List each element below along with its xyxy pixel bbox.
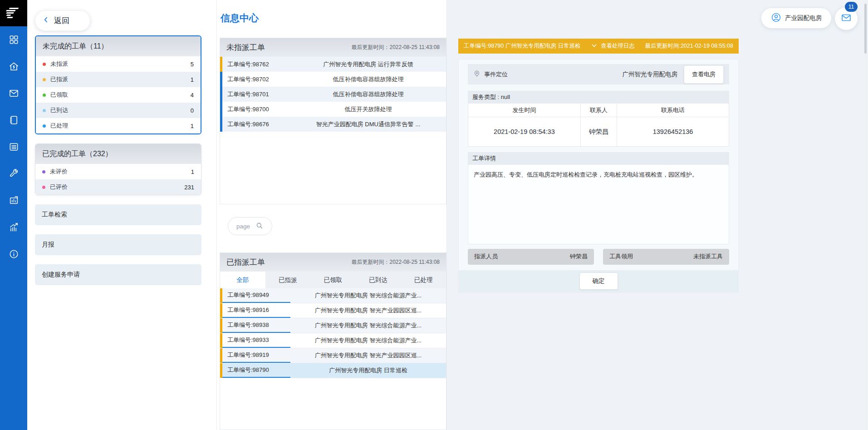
unassigned-orders-title: 未指派工单 [226, 42, 265, 53]
quick-link-label: 创建服务申请 [42, 271, 80, 279]
assigned-tabs: 全部 已指派 已领取 已到达 已处理 [220, 272, 446, 288]
order-number: 工单编号:98702 [222, 72, 290, 87]
work-order-row[interactable]: 工单编号:98790 广州智光专用配电房 日常巡检 [220, 363, 446, 378]
list-icon [9, 142, 19, 154]
sidebar-item-mail[interactable] [0, 81, 27, 108]
contact-table-header: 发生时间 联系人 联系电话 [468, 104, 729, 117]
unfinished-orders-list: 未指派 5 已指派 1 已领取 4 [36, 56, 201, 133]
order-number: 工单编号:98949 [222, 288, 290, 303]
assigned-order-list: 工单编号:98949 广州智光专用配电房 智光综合能源产业... 工单编号:98… [220, 288, 446, 378]
mail-icon [9, 88, 19, 100]
status-dot [43, 124, 46, 128]
assigned-tab-label: 已到达 [369, 276, 387, 284]
order-number: 工单编号:98919 [222, 348, 290, 363]
assigned-tab[interactable]: 全部 [220, 272, 265, 288]
status-stat-row[interactable]: 未评价 1 [35, 164, 201, 179]
unassigned-order-list: 工单编号:98762 广州智光专用配电房 运行异常反馈 工单编号:98702 低… [220, 57, 446, 132]
status-stat-row[interactable]: 未指派 5 [36, 56, 201, 72]
assigned-tab-label: 已指派 [279, 276, 297, 284]
col-contact-name: 联系人 [580, 104, 617, 117]
contact-name-value: 钟荣昌 [580, 117, 617, 146]
status-stat-row[interactable]: 已指派 1 [36, 72, 201, 87]
tools-label: 工具领用 [609, 252, 633, 261]
view-room-button[interactable]: 查看电房 [684, 65, 724, 84]
page-title: 信息中心 [221, 12, 259, 25]
status-label: 未指派 [50, 60, 68, 68]
work-order-row[interactable]: 工单编号:98700 低压开关故障处理 [220, 102, 446, 117]
order-number: 工单编号:98916 [222, 303, 290, 318]
scrollbar-thumb[interactable] [864, 4, 867, 54]
status-stat-row[interactable]: 已处理 1 [36, 118, 201, 133]
status-stat-row[interactable]: 已领取 4 [36, 87, 201, 103]
page-search-label: page [236, 223, 250, 230]
quick-link[interactable]: 创建服务申请 [35, 264, 201, 285]
user-button[interactable]: 产业园配电房 [761, 8, 831, 28]
sidebar-item-notebook[interactable] [0, 108, 27, 134]
status-count: 231 [184, 184, 194, 191]
order-number: 工单编号:98762 [222, 57, 290, 72]
assigned-updated-time: 最后更新时间：2022-08-25 11:43:08 [351, 258, 440, 266]
work-order-row[interactable]: 工单编号:98916 广州智光专用配电房 智光产业园园区巡... [220, 303, 446, 318]
order-desc: 广州智光专用配电房 智光产业园园区巡... [290, 306, 446, 315]
home-icon [9, 61, 19, 74]
confirm-button[interactable]: 确定 [579, 272, 618, 290]
chart-board-icon [9, 195, 19, 208]
mail-unread-badge: 11 [845, 2, 858, 12]
sidebar-item-analytics[interactable] [0, 215, 27, 242]
quick-link-label: 工单检索 [42, 211, 67, 219]
assigned-tab[interactable]: 已处理 [401, 272, 446, 288]
message-center-column: 信息中心 未指派工单 最后更新时间：2022-08-25 11:43:08 工单… [216, 0, 447, 430]
search-icon [255, 222, 264, 231]
sidebar-item-worklist[interactable] [0, 134, 27, 161]
assigned-tab[interactable]: 已到达 [356, 272, 401, 288]
wrench-icon [9, 168, 19, 181]
status-label: 已指派 [50, 75, 68, 84]
status-dot [43, 78, 46, 81]
order-desc: 低压开关故障处理 [290, 105, 446, 114]
order-number: 工单编号:98701 [222, 87, 290, 102]
col-occur-time: 发生时间 [468, 104, 580, 117]
work-order-row[interactable]: 工单编号:98938 广州智光专用配电房 智光综合能源产业... [220, 318, 446, 333]
order-desc: 广州智光专用配电房 智光综合能源产业... [290, 336, 446, 345]
unfinished-orders-card[interactable]: 未完成的工单（11） 未指派 5 已指派 1 [35, 35, 201, 134]
sidebar-item-tools[interactable] [0, 161, 27, 188]
assignee-value: 钟荣昌 [570, 252, 588, 261]
work-order-row[interactable]: 工单编号:98933 广州智光专用配电房 智光综合能源产业... [220, 333, 446, 348]
work-order-row[interactable]: 工单编号:98919 广州智光专用配电房 智光产业园园区巡... [220, 348, 446, 363]
scrollbar-track[interactable] [864, 0, 867, 430]
view-log-label: 查看处理日志 [601, 42, 635, 50]
work-order-row[interactable]: 工单编号:98676 智光产业园配电房 DMU通信异常告警 ... [220, 117, 446, 132]
sidebar-item-home[interactable] [0, 54, 27, 81]
finished-orders-card[interactable]: 已完成的工单（232） 未评价 1 已评价 231 [35, 143, 201, 195]
unassigned-orders-header: 未指派工单 最后更新时间：2022-08-25 11:43:08 [220, 38, 446, 57]
status-stat-row[interactable]: 已到达 0 [36, 103, 201, 118]
sidebar-item-dashboard[interactable] [0, 27, 27, 54]
quick-link[interactable]: 工单检索 [35, 204, 201, 225]
work-order-row[interactable]: 工单编号:98762 广州智光专用配电房 运行异常反馈 [220, 57, 446, 72]
page-search[interactable]: page [228, 217, 272, 235]
order-number: 工单编号:98700 [222, 102, 290, 117]
order-banner-updated: 最后更新时间:2021-02-19 08:55:08 [645, 42, 733, 50]
work-order-row[interactable]: 工单编号:98702 低压补偿电容器组故障处理 [220, 72, 446, 87]
sidebar-item-report[interactable] [0, 188, 27, 215]
work-detail-label: 工单详情 [468, 152, 729, 165]
quick-link[interactable]: 月报 [35, 234, 201, 255]
finished-orders-title: 已完成的工单（232） [35, 144, 201, 164]
work-order-row[interactable]: 工单编号:98701 低压补偿电容器组故障处理 [220, 87, 446, 102]
status-label: 未评价 [50, 168, 68, 176]
order-desc: 广州智光专用配电房 智光综合能源产业... [290, 292, 446, 300]
dashboard-grid-icon [9, 35, 19, 47]
status-dot [43, 63, 46, 66]
view-log-link[interactable]: 查看处理日志 [591, 42, 635, 50]
status-stat-row[interactable]: 已评价 231 [35, 179, 201, 195]
brand-logo [0, 0, 27, 26]
back-button[interactable]: 返回 [35, 10, 90, 31]
order-desc: 广州智光专用配电房 智光产业园园区巡... [290, 351, 446, 360]
order-number: 工单编号:98938 [222, 318, 290, 333]
event-location-row: 事件定位 广州智光专用配电房 查看电房 [468, 64, 729, 84]
sidebar-item-info[interactable] [0, 242, 27, 268]
app-screen: 返回 未完成的工单（11） 未指派 5 已指派 1 [0, 0, 868, 430]
work-order-row[interactable]: 工单编号:98949 广州智光专用配电房 智光综合能源产业... [220, 288, 446, 303]
assigned-tab[interactable]: 已领取 [310, 272, 356, 288]
assigned-tab[interactable]: 已指派 [265, 272, 311, 288]
